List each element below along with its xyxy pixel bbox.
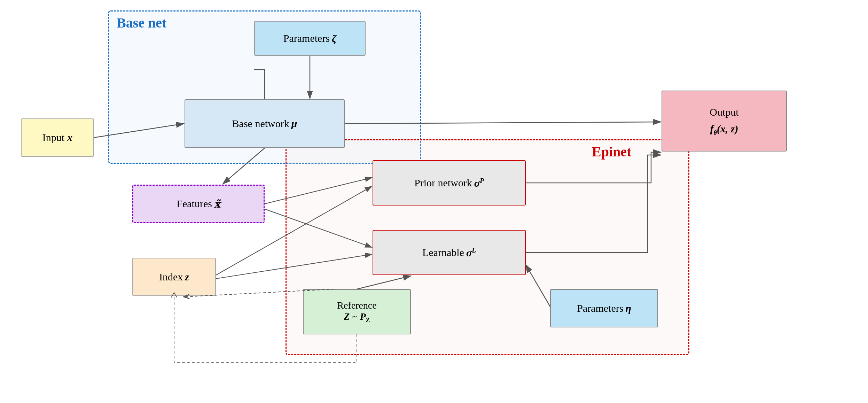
base-network-box: Base network μ xyxy=(185,99,345,148)
epinet-label: Epinet xyxy=(592,144,631,160)
prior-network-box: Prior network σP xyxy=(373,160,526,206)
index-box: Index z xyxy=(132,258,216,296)
params-zeta-box: Parameters ζ xyxy=(254,21,366,56)
learnable-box: Learnable σL xyxy=(373,230,526,275)
reference-box: Reference Z ~ PZ xyxy=(303,289,411,334)
diagram-container: Base net Epinet Input x Parameters ζ Bas… xyxy=(0,0,868,403)
input-box: Input x xyxy=(21,118,94,157)
features-box: Features x̃ xyxy=(132,185,265,223)
params-eta-box: Parameters η xyxy=(550,289,658,327)
basenet-label: Base net xyxy=(117,15,166,31)
output-box: Output fθ(x, z) xyxy=(662,91,787,152)
